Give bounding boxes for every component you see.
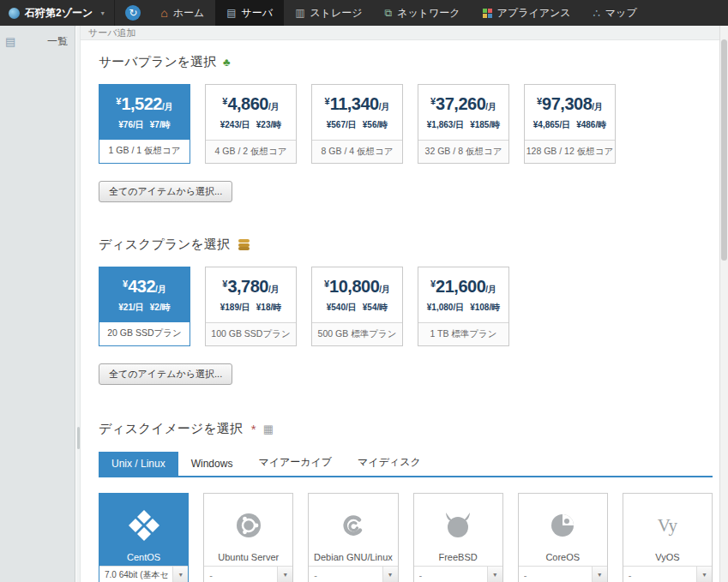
server-plan-card[interactable]: ¥11,340/月 ¥567/日¥56/時 8 GB / 4 仮想コア: [311, 84, 403, 164]
hourly-price: ¥56/時: [363, 120, 388, 129]
server-plan-card[interactable]: ¥1,522/月 ¥76/日¥7/時 1 GB / 1 仮想コア: [99, 84, 190, 164]
server-icon: ▤: [226, 8, 236, 18]
nav-item-home[interactable]: ⌂ ホーム: [149, 0, 215, 26]
scrollbar-thumb[interactable]: [721, 39, 727, 261]
nav-item-storage[interactable]: ▥ ストレージ: [284, 0, 373, 26]
freebsd-logo-icon: [414, 505, 502, 546]
server-plan-card[interactable]: ¥97,308/月 ¥4,865/日¥486/時 128 GB / 12 仮想コ…: [524, 84, 616, 164]
per-month-unit: /月: [268, 102, 280, 111]
plan-price-area: ¥4,860/月 ¥243/日¥23/時: [206, 85, 296, 140]
required-mark: *: [251, 422, 256, 436]
select-from-all-items-button[interactable]: 全てのアイテムから選択...: [99, 181, 232, 202]
disk-image-icon: ▦: [263, 423, 274, 435]
plan-price-area: ¥21,600/月 ¥1,080/日¥108/時: [418, 267, 508, 322]
hourly-price: ¥486/時: [576, 120, 606, 129]
tab-windows[interactable]: Windows: [178, 452, 246, 476]
ubuntu-version-select[interactable]: - ▾: [204, 566, 292, 582]
per-month-unit: /月: [485, 285, 496, 294]
debian-version-select[interactable]: - ▾: [309, 566, 397, 582]
coreos-version-select[interactable]: - ▾: [519, 566, 607, 582]
chevron-down-icon: ▾: [172, 567, 188, 582]
disk-plan-card[interactable]: ¥432/月 ¥21/日¥2/時 20 GB SSDプラン: [99, 267, 190, 346]
freebsd-version-select[interactable]: - ▾: [414, 566, 502, 582]
disk-image-row: CentOS 7.0 64bit (基本セ ▾: [99, 493, 713, 582]
tab-unix-linux[interactable]: Unix / Linux: [99, 452, 178, 476]
nav-item-map[interactable]: ∴ マップ: [582, 0, 648, 26]
hourly-price: ¥108/時: [470, 303, 500, 312]
nav-label: サーバ: [242, 6, 274, 21]
disk-image-card-vyos[interactable]: Vy VyOS - ▾: [623, 493, 713, 582]
refresh-button[interactable]: ↻: [125, 5, 141, 21]
plan-spec-label: 100 GB SSDプラン: [206, 322, 296, 345]
daily-price: ¥243/日: [220, 120, 250, 129]
os-name-label: CentOS: [99, 552, 188, 562]
nav-item-server[interactable]: ▤ サーバ: [215, 0, 284, 26]
plan-price-area: ¥97,308/月 ¥4,865/日¥486/時: [525, 85, 615, 140]
daily-price: ¥21/日: [118, 303, 143, 312]
panel-list-icon[interactable]: ▤: [5, 35, 15, 48]
zone-selector[interactable]: 石狩第2ゾーン ▼: [0, 0, 115, 26]
hourly-price: ¥23/時: [256, 120, 281, 129]
hourly-price: ¥7/時: [150, 120, 171, 129]
plan-price-area: ¥1,522/月 ¥76/日¥7/時: [99, 85, 190, 140]
plan-spec-label: 1 TB 標準プラン: [418, 322, 508, 345]
disk-stack-icon: [238, 239, 250, 243]
monthly-price: 3,780: [227, 277, 268, 296]
nav-label: ストレージ: [310, 6, 362, 21]
ubuntu-logo-icon: [204, 505, 292, 546]
os-name-label: VyOS: [623, 552, 712, 562]
disk-plan-card[interactable]: ¥3,780/月 ¥189/日¥18/時 100 GB SSDプラン: [205, 267, 297, 346]
per-month-unit: /月: [268, 285, 280, 294]
disk-image-card-freebsd[interactable]: FreeBSD - ▾: [413, 493, 503, 582]
plan-price-area: ¥432/月 ¥21/日¥2/時: [99, 267, 190, 322]
monthly-price: 1,522: [121, 94, 162, 113]
disk-image-card-coreos[interactable]: CoreOS - ▾: [518, 493, 608, 582]
nav-item-network[interactable]: ⧉ ネットワーク: [374, 0, 472, 26]
hourly-price: ¥54/時: [363, 303, 388, 312]
nav-item-appliance[interactable]: アプライアンス: [472, 0, 582, 26]
disk-plan-title: ディスクプランを選択: [99, 237, 230, 253]
centos-version-select[interactable]: 7.0 64bit (基本セ ▾: [99, 566, 188, 582]
tab-add-server[interactable]: サーバ追加: [88, 27, 136, 38]
plan-spec-label: 128 GB / 12 仮想コア: [525, 140, 615, 163]
os-name-label: Debian GNU/Linux: [309, 552, 397, 562]
disk-image-card-debian[interactable]: Debian GNU/Linux - ▾: [308, 493, 398, 582]
disk-plan-card[interactable]: ¥10,800/月 ¥540/日¥54/時 500 GB 標準プラン: [311, 267, 403, 346]
monthly-price: 97,308: [542, 94, 592, 113]
refresh-icon: ↻: [129, 7, 137, 19]
plan-price-area: ¥10,800/月 ¥540/日¥54/時: [312, 267, 402, 322]
tree-icon: ♣: [223, 56, 231, 69]
disk-image-card-ubuntu[interactable]: Ubuntu Server - ▾: [203, 493, 293, 582]
topbar: 石狩第2ゾーン ▼ ↻ ⌂ ホーム ▤ サーバ ▥ ストレージ ⧉ ネットワーク…: [0, 0, 728, 26]
disk-plan-card[interactable]: ¥21,600/月 ¥1,080/日¥108/時 1 TB 標準プラン: [418, 267, 509, 346]
per-month-unit: /月: [155, 285, 166, 294]
monthly-price: 4,860: [227, 94, 268, 113]
daily-price: ¥567/日: [327, 120, 357, 129]
per-month-unit: /月: [592, 102, 603, 111]
hourly-price: ¥185/時: [470, 120, 500, 129]
globe-icon: [9, 8, 20, 19]
server-plan-title: サーバプランを選択: [99, 54, 216, 70]
tab-my-archive[interactable]: マイアーカイブ: [245, 449, 345, 476]
monthly-price: 11,340: [330, 94, 379, 113]
server-plan-row: ¥1,522/月 ¥76/日¥7/時 1 GB / 1 仮想コア ¥4,860/…: [99, 84, 713, 164]
daily-price: ¥1,080/日: [427, 303, 464, 312]
plan-spec-label: 4 GB / 2 仮想コア: [206, 140, 296, 163]
sidebar-item-list[interactable]: 一覧: [47, 34, 68, 49]
tab-my-disk[interactable]: マイディスク: [345, 449, 434, 476]
selected-version: 7.0 64bit (基本セ: [105, 569, 172, 581]
scrollbar[interactable]: [719, 26, 728, 582]
plan-price-area: ¥3,780/月 ¥189/日¥18/時: [206, 267, 296, 322]
vyos-logo-icon: Vy: [623, 505, 712, 546]
panel-resize-handle[interactable]: [77, 427, 80, 449]
vyos-version-select[interactable]: - ▾: [623, 566, 712, 582]
chevron-down-icon: ▾: [592, 567, 607, 582]
content-area: サーバ追加 サーバプランを選択 ♣ ¥1,522/月 ¥76/日¥7/時 1 G…: [81, 26, 719, 582]
daily-price: ¥76/日: [118, 120, 143, 129]
disk-image-card-centos[interactable]: CentOS 7.0 64bit (基本セ ▾: [99, 493, 189, 582]
disk-image-tabs: Unix / Linux Windows マイアーカイブ マイディスク: [99, 449, 713, 477]
network-icon: ⧉: [385, 8, 393, 18]
server-plan-card[interactable]: ¥4,860/月 ¥243/日¥23/時 4 GB / 2 仮想コア: [205, 84, 297, 164]
select-from-all-items-button[interactable]: 全てのアイテムから選択...: [99, 363, 232, 385]
server-plan-card[interactable]: ¥37,260/月 ¥1,863/日¥185/時 32 GB / 8 仮想コア: [418, 84, 509, 164]
